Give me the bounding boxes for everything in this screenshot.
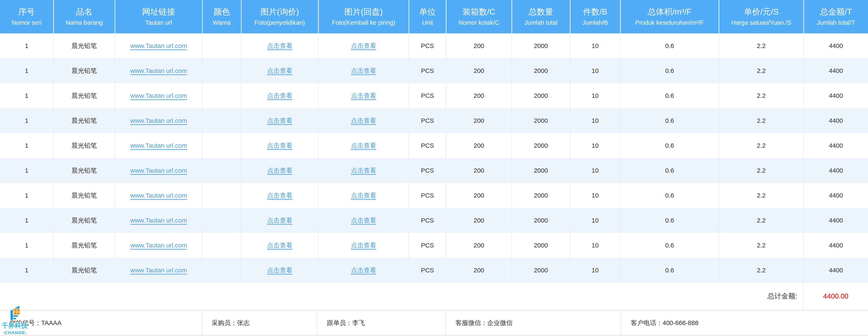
url-link[interactable]: www.Tautan url.com [130, 92, 187, 99]
cell-cartons: 10 [570, 208, 620, 233]
column-header-unit-latin: Unit [409, 19, 446, 26]
cell-unit: PCS [409, 183, 446, 208]
photo-inquiry-link[interactable]: 点击查看 [267, 92, 292, 99]
cell-unit: PCS [409, 258, 446, 283]
cell-serial: 1 [0, 158, 54, 183]
cell-color [202, 83, 241, 108]
photo-inquiry-link[interactable]: 点击查看 [267, 117, 292, 124]
cell-url: www.Tautan url.com [115, 58, 202, 83]
column-header-unit-price-latin: Harga satuan/Yuan./S [719, 19, 803, 26]
cell-unit-price: 2.2 [719, 58, 804, 83]
cell-serial: 1 [0, 183, 54, 208]
column-header-unit-price-zh: 单价/元/S [719, 7, 803, 17]
cell-color [202, 108, 241, 133]
cell-serial: 1 [0, 258, 54, 283]
quotation-table: 序号Nomor seri 品名Nama barang 网址链接Tautan ur… [0, 0, 868, 283]
cell-color [202, 158, 241, 183]
cell-color [202, 33, 241, 58]
cell-product-name: 晨光铅笔 [54, 233, 115, 258]
url-link[interactable]: www.Tautan url.com [130, 242, 187, 249]
cell-unit: PCS [409, 33, 446, 58]
cell-volume: 0.6 [620, 58, 719, 83]
cell-amount: 4400 [804, 208, 868, 233]
url-link[interactable]: www.Tautan url.com [130, 267, 187, 274]
cell-cartons: 10 [570, 158, 620, 183]
url-link[interactable]: www.Tautan url.com [130, 67, 187, 74]
cell-photo-reply: 点击查看 [318, 108, 409, 133]
cell-url: www.Tautan url.com [115, 208, 202, 233]
column-header-photo-reply-zh: 图片(回盘) [319, 7, 409, 17]
photo-inquiry-link[interactable]: 点击查看 [267, 142, 292, 149]
cell-url: www.Tautan url.com [115, 233, 202, 258]
column-header-photo-reply: 图片(回盘)Foto(Kembali ke piring) [318, 0, 409, 33]
url-link[interactable]: www.Tautan url.com [130, 117, 187, 124]
url-link[interactable]: www.Tautan url.com [130, 217, 187, 224]
cell-url: www.Tautan url.com [115, 83, 202, 108]
column-header-amount-zh: 总金额/T [804, 7, 868, 17]
photo-reply-link[interactable]: 点击查看 [351, 167, 376, 174]
cell-photo-reply: 点击查看 [318, 83, 409, 108]
photo-reply-link[interactable]: 点击查看 [351, 192, 376, 199]
photo-reply-link[interactable]: 点击查看 [351, 142, 376, 149]
photo-inquiry-link[interactable]: 点击查看 [267, 167, 292, 174]
cell-carton-qty: 200 [446, 108, 512, 133]
cell-product-name: 晨光铅笔 [54, 83, 115, 108]
column-header-product: 品名Nama barang [54, 0, 115, 33]
cell-cartons: 10 [570, 258, 620, 283]
photo-reply-link[interactable]: 点击查看 [351, 117, 376, 124]
photo-inquiry-link[interactable]: 点击查看 [267, 192, 292, 199]
cell-total-qty: 2000 [512, 183, 570, 208]
bottom-divider [0, 335, 868, 336]
photo-inquiry-link[interactable]: 点击查看 [267, 242, 292, 249]
cell-serial: 1 [0, 33, 54, 58]
photo-inquiry-link[interactable]: 点击查看 [267, 67, 292, 74]
cell-color [202, 58, 241, 83]
table-row: 1 晨光铅笔 www.Tautan url.com 点击查看 点击查看 PCS … [0, 133, 868, 158]
url-link[interactable]: www.Tautan url.com [130, 167, 187, 174]
column-header-product-latin: Nama barang [54, 19, 115, 26]
cell-product-name: 晨光铅笔 [54, 158, 115, 183]
column-header-carton-qty: 装箱数/CNomor kotak/C [446, 0, 512, 33]
photo-reply-link[interactable]: 点击查看 [351, 217, 376, 224]
photo-reply-link[interactable]: 点击查看 [351, 267, 376, 274]
cell-serial: 1 [0, 133, 54, 158]
column-header-volume: 总体积/m³/FProduk keseluruhan/m³/F [620, 0, 719, 33]
column-header-total-qty-zh: 总数量 [512, 7, 570, 17]
column-header-serial-latin: Nomor seri [0, 19, 53, 26]
cell-unit: PCS [409, 208, 446, 233]
cell-total-qty: 2000 [512, 58, 570, 83]
column-header-photo-inquiry-zh: 图片(询价) [242, 7, 318, 17]
cell-photo-inquiry: 点击查看 [241, 258, 318, 283]
photo-inquiry-link[interactable]: 点击查看 [267, 217, 292, 224]
photo-reply-link[interactable]: 点击查看 [351, 67, 376, 74]
cell-volume: 0.6 [620, 108, 719, 133]
cell-photo-reply: 点击查看 [318, 233, 409, 258]
cell-product-name: 晨光铅笔 [54, 183, 115, 208]
grand-total-row: 总计金额: 4400.00 [0, 283, 868, 310]
column-header-carton-qty-zh: 装箱数/C [446, 7, 512, 17]
cell-photo-reply: 点击查看 [318, 258, 409, 283]
cell-photo-reply: 点击查看 [318, 208, 409, 233]
cell-photo-inquiry: 点击查看 [241, 108, 318, 133]
url-link[interactable]: www.Tautan url.com [130, 42, 187, 49]
cell-photo-reply: 点击查看 [318, 33, 409, 58]
photo-inquiry-link[interactable]: 点击查看 [267, 267, 292, 274]
column-header-volume-latin: Produk keseluruhan/m³/F [621, 19, 719, 26]
cell-cartons: 10 [570, 233, 620, 258]
photo-inquiry-link[interactable]: 点击查看 [267, 42, 292, 49]
table-row: 1 晨光铅笔 www.Tautan url.com 点击查看 点击查看 PCS … [0, 258, 868, 283]
cell-unit: PCS [409, 158, 446, 183]
cell-amount: 4400 [804, 133, 868, 158]
cell-volume: 0.6 [620, 133, 719, 158]
photo-reply-link[interactable]: 点击查看 [351, 242, 376, 249]
cell-carton-qty: 200 [446, 233, 512, 258]
column-header-total-qty: 总数量Jumlah total [512, 0, 570, 33]
photo-reply-link[interactable]: 点击查看 [351, 42, 376, 49]
cell-volume: 0.6 [620, 83, 719, 108]
photo-reply-link[interactable]: 点击查看 [351, 92, 376, 99]
cell-total-qty: 2000 [512, 108, 570, 133]
url-link[interactable]: www.Tautan url.com [130, 142, 187, 149]
cell-unit: PCS [409, 58, 446, 83]
column-header-photo-inquiry: 图片(询价)Foto(penyelidikan) [241, 0, 318, 33]
url-link[interactable]: www.Tautan url.com [130, 192, 187, 199]
